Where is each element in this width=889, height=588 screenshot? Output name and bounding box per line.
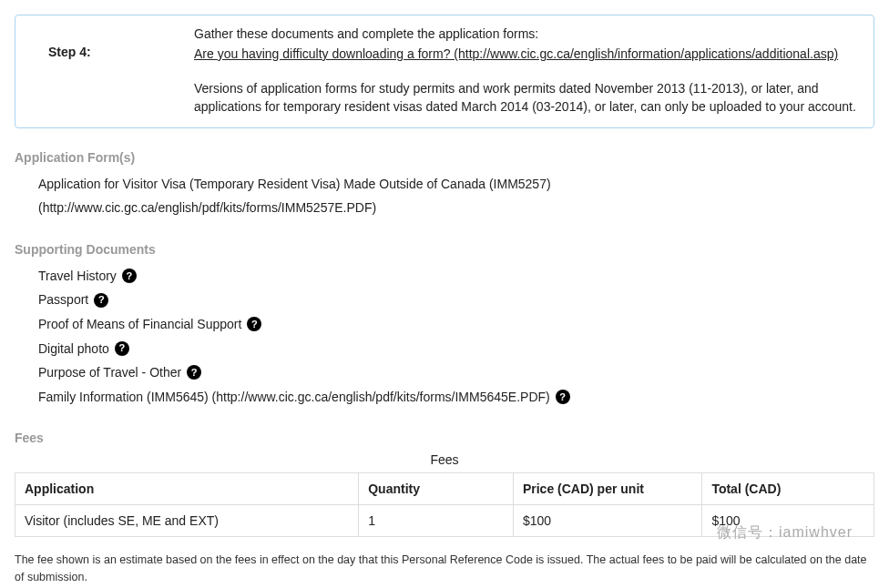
fee-estimate-note: The fee shown is an estimate based on th… xyxy=(15,552,874,586)
fees-section-title: Fees xyxy=(15,431,874,445)
help-icon[interactable]: ? xyxy=(556,390,570,404)
list-item: Digital photo ? xyxy=(38,337,874,361)
help-icon[interactable]: ? xyxy=(115,341,129,356)
version-note: Versions of application forms for study … xyxy=(194,79,859,117)
doc-label: Family Information (IMM5645) (http://www… xyxy=(38,385,550,410)
col-header-total: Total (CAD) xyxy=(702,473,874,505)
supporting-docs-list: Travel History ? Passport ? Proof of Mea… xyxy=(38,264,874,410)
cell-application: Visitor (includes SE, ME and EXT) xyxy=(15,505,359,537)
cell-total: $100 xyxy=(702,505,874,537)
doc-label: Purpose of Travel - Other xyxy=(38,360,181,385)
doc-label: Passport xyxy=(38,288,88,312)
application-form-item: Application for Visitor Visa (Temporary … xyxy=(38,172,874,220)
download-help-link[interactable]: Are you having difficulty downloading a … xyxy=(194,46,838,61)
list-item: Travel History ? xyxy=(38,264,874,289)
cell-unit-price: $100 xyxy=(513,505,701,537)
list-item: Passport ? xyxy=(38,288,874,312)
help-icon[interactable]: ? xyxy=(247,317,261,331)
list-item: Proof of Means of Financial Support ? xyxy=(38,312,874,337)
help-icon[interactable]: ? xyxy=(94,293,108,308)
help-icon[interactable]: ? xyxy=(187,365,201,380)
step-body: Gather these documents and complete the … xyxy=(194,26,859,117)
table-row: Visitor (includes SE, ME and EXT) 1 $100… xyxy=(15,505,874,537)
doc-label: Travel History xyxy=(38,264,117,289)
doc-label: Proof of Means of Financial Support xyxy=(38,312,241,337)
col-header-price-per-unit: Price (CAD) per unit xyxy=(513,473,701,505)
doc-label: Digital photo xyxy=(38,337,109,361)
table-header-row: Application Quantity Price (CAD) per uni… xyxy=(15,473,874,505)
list-item: Purpose of Travel - Other ? xyxy=(38,360,874,385)
step-4-box: Step 4: Gather these documents and compl… xyxy=(15,15,874,128)
fees-table: Application Quantity Price (CAD) per uni… xyxy=(15,472,874,537)
col-header-application: Application xyxy=(15,473,359,505)
step-label: Step 4: xyxy=(30,26,176,59)
gather-instruction: Gather these documents and complete the … xyxy=(194,26,859,41)
fees-table-caption: Fees xyxy=(15,452,874,467)
help-icon[interactable]: ? xyxy=(122,269,137,283)
list-item: Family Information (IMM5645) (http://www… xyxy=(38,385,874,410)
application-forms-title: Application Form(s) xyxy=(15,150,874,165)
supporting-docs-title: Supporting Documents xyxy=(15,242,874,257)
cell-quantity: 1 xyxy=(359,505,514,537)
col-header-quantity: Quantity xyxy=(359,473,514,505)
